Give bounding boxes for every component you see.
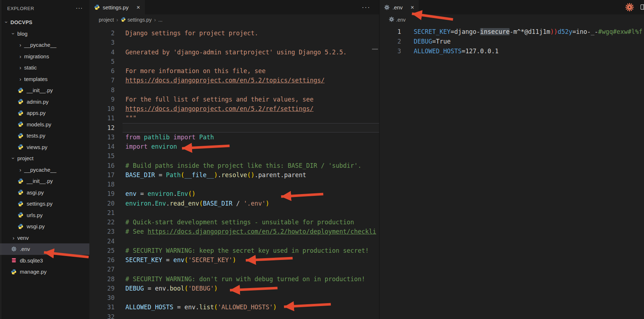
editor-more-actions-icon[interactable]: ··· xyxy=(362,4,379,11)
breadcrumb-project[interactable]: project xyxy=(99,17,114,23)
sidebar-item-apps-py[interactable]: apps.py xyxy=(0,107,89,119)
code-line-11: 11""" xyxy=(89,113,379,123)
line-number: 28 xyxy=(89,274,115,284)
item-label: urls.py xyxy=(27,212,43,218)
sidebar-item-venv[interactable]: ›venv xyxy=(0,232,89,244)
sidebar-item-db-sqlite3[interactable]: db.sqlite3 xyxy=(0,255,89,266)
breadcrumb: project › settings.py › ... xyxy=(89,14,379,25)
python-icon xyxy=(17,110,24,116)
sidebar-item-blog[interactable]: ›blog xyxy=(0,28,89,40)
line-text xyxy=(115,151,125,161)
code-line-21: 21 xyxy=(89,208,379,217)
line-text: environ.Env.read_env(BASE_DIR / '.env') xyxy=(115,199,269,208)
line-text xyxy=(115,38,125,47)
chevron-right-icon: › xyxy=(116,17,118,23)
close-icon[interactable]: × xyxy=(137,4,140,10)
line-number: 14 xyxy=(89,142,115,151)
line-number: 2 xyxy=(379,37,401,46)
line-number: 18 xyxy=(89,180,115,189)
line-text: # SECURITY WARNING: don't run with debug… xyxy=(115,274,365,284)
sidebar-item--init-py[interactable]: __init__.py xyxy=(0,85,89,96)
sidebar-item-wsgi-py[interactable]: wsgi.py xyxy=(0,221,89,232)
line-number: 32 xyxy=(89,312,115,319)
code-line-2: 2DEBUG=True xyxy=(379,37,644,46)
sidebar-item-admin-py[interactable]: admin.py xyxy=(0,96,89,108)
chevron-right-icon: › xyxy=(154,17,156,23)
code-line-20: 20environ.Env.read_env(BASE_DIR / '.env'… xyxy=(89,199,379,208)
split-editor-icon[interactable] xyxy=(640,4,644,11)
code-editor-env[interactable]: 1SECRET_KEY=django-insecure-m^*@d11j1m))… xyxy=(379,25,644,319)
item-label: settings.py xyxy=(27,201,53,207)
scrollbar-indicator[interactable] xyxy=(372,49,378,50)
close-icon[interactable]: × xyxy=(410,4,414,10)
sidebar-item-static[interactable]: ›static xyxy=(0,62,89,73)
python-icon xyxy=(17,212,24,218)
code-line-8: 8 xyxy=(89,85,379,95)
code-line-4: 4Generated by 'django-admin startproject… xyxy=(89,48,379,57)
code-line-22: 22# Quick-start development settings - u… xyxy=(89,217,379,227)
breadcrumb-symbol-ellipsis[interactable]: ... xyxy=(158,17,163,23)
sidebar-item-tests-py[interactable]: tests.py xyxy=(0,130,89,141)
sidebar-item-templates[interactable]: ›templates xyxy=(0,73,89,85)
gear-icon xyxy=(389,17,394,23)
line-number: 27 xyxy=(89,265,115,274)
sidebar-item-asgi-py[interactable]: asgi.py xyxy=(0,187,89,198)
item-label: wsgi.py xyxy=(27,223,45,229)
line-number: 5 xyxy=(89,57,115,66)
tabbar-left: settings.py × ··· xyxy=(89,0,379,14)
line-text xyxy=(115,85,125,95)
copilot-starburst-icon[interactable] xyxy=(625,3,634,12)
breadcrumb-env[interactable]: .env xyxy=(389,17,405,23)
code-editor-settings-py[interactable]: 2Django settings for project project.34G… xyxy=(89,25,379,319)
vscode-window: EXPLORER ··· ›DOCVPS›blog›__pycache__›mi… xyxy=(0,0,644,319)
chevron-down-icon: › xyxy=(10,155,17,161)
line-text: SECRET_KEY=django-insecure-m^*@d11j1m))d… xyxy=(401,27,643,37)
sidebar-item-models-py[interactable]: models.py xyxy=(0,119,89,130)
sidebar-item--pycache-[interactable]: ›__pycache__ xyxy=(0,164,89,176)
line-number: 22 xyxy=(89,217,115,227)
file-tree[interactable]: ›DOCVPS›blog›__pycache__›migrations›stat… xyxy=(0,17,89,278)
line-number: 24 xyxy=(89,237,115,246)
line-text xyxy=(115,312,125,319)
python-icon xyxy=(121,17,126,23)
line-text: Django settings for project project. xyxy=(115,28,258,38)
tabbar-right-actions xyxy=(625,3,644,12)
line-number: 20 xyxy=(89,199,115,208)
sidebar-item-urls-py[interactable]: urls.py xyxy=(0,210,89,221)
line-number: 26 xyxy=(89,255,115,265)
sidebar-item--pycache-[interactable]: ›__pycache__ xyxy=(0,39,89,51)
sidebar-item-docvps[interactable]: ›DOCVPS xyxy=(0,17,89,28)
item-label: .env xyxy=(20,246,30,252)
breadcrumb-settings-py[interactable]: settings.py xyxy=(121,17,152,23)
item-label: apps.py xyxy=(27,110,46,116)
python-icon xyxy=(17,201,24,207)
code-line-15: 15 xyxy=(89,151,379,161)
code-line-14: 14import environ xyxy=(89,142,379,151)
tab-settings-py[interactable]: settings.py × xyxy=(89,0,145,14)
sidebar-item--init-py[interactable]: __init__.py xyxy=(0,175,89,187)
sidebar-item-views-py[interactable]: views.py xyxy=(0,141,89,153)
tab-env[interactable]: .env × xyxy=(379,0,419,14)
explorer-sidebar: EXPLORER ··· ›DOCVPS›blog›__pycache__›mi… xyxy=(0,0,89,319)
tab-label: settings.py xyxy=(103,4,129,10)
python-icon xyxy=(94,4,100,10)
sidebar-item-manage-py[interactable]: manage.py xyxy=(0,266,89,278)
line-number: 15 xyxy=(89,151,115,161)
code-line-30: 30 xyxy=(89,293,379,302)
code-line-32: 32 xyxy=(89,312,379,319)
line-number: 21 xyxy=(89,208,115,217)
line-text: DEBUG = env.bool('DEBUG') xyxy=(115,284,218,293)
line-number: 11 xyxy=(89,113,115,123)
sidebar-item--env[interactable]: .env xyxy=(0,243,89,255)
code-line-1: 1SECRET_KEY=django-insecure-m^*@d11j1m))… xyxy=(379,27,644,37)
explorer-more-actions-icon[interactable]: ··· xyxy=(76,5,83,12)
sidebar-item-settings-py[interactable]: settings.py xyxy=(0,198,89,210)
sidebar-item-project[interactable]: ›project xyxy=(0,153,89,164)
line-number: 7 xyxy=(89,76,115,85)
line-text xyxy=(115,57,125,66)
item-label: views.py xyxy=(27,144,48,150)
chevron-right-icon: › xyxy=(17,42,23,48)
sidebar-item-migrations[interactable]: ›migrations xyxy=(0,51,89,62)
code-line-23: 23# See https://docs.djangoproject.com/e… xyxy=(89,227,379,236)
item-label: manage.py xyxy=(20,269,46,275)
